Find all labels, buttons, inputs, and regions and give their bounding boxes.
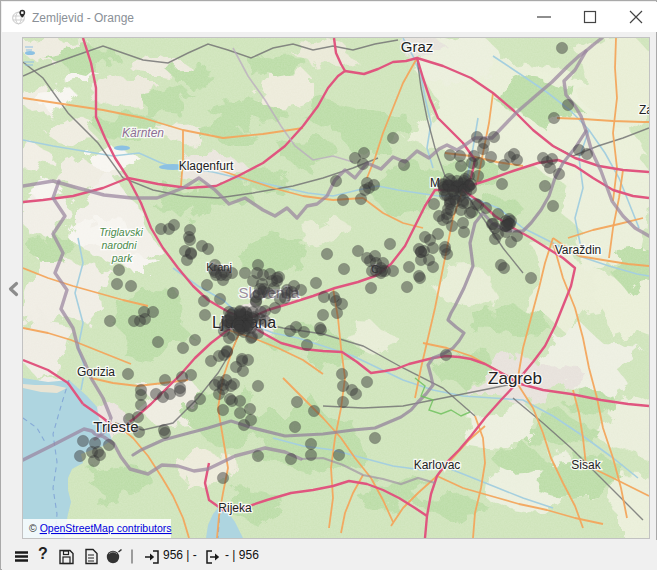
svg-text:Gorizia: Gorizia xyxy=(77,365,115,379)
svg-text:Triglavski: Triglavski xyxy=(99,226,143,238)
svg-text:Klagenfurt: Klagenfurt xyxy=(179,159,234,173)
svg-text:Graz: Graz xyxy=(401,38,434,55)
svg-text:© OpenStreetMap contributors: © OpenStreetMap contributors xyxy=(29,522,172,534)
svg-text:Rijeka: Rijeka xyxy=(218,501,252,515)
svg-text:Zagreb: Zagreb xyxy=(488,369,542,388)
svg-text:park: park xyxy=(111,252,133,264)
svg-text:Za: Za xyxy=(639,103,649,117)
svg-text:Varaždin: Varaždin xyxy=(555,243,601,257)
svg-text:Sisak: Sisak xyxy=(571,458,601,472)
svg-text:Kärnten: Kärnten xyxy=(122,126,164,140)
svg-text:narodni: narodni xyxy=(101,239,137,251)
svg-text:Karlovac: Karlovac xyxy=(414,458,461,472)
